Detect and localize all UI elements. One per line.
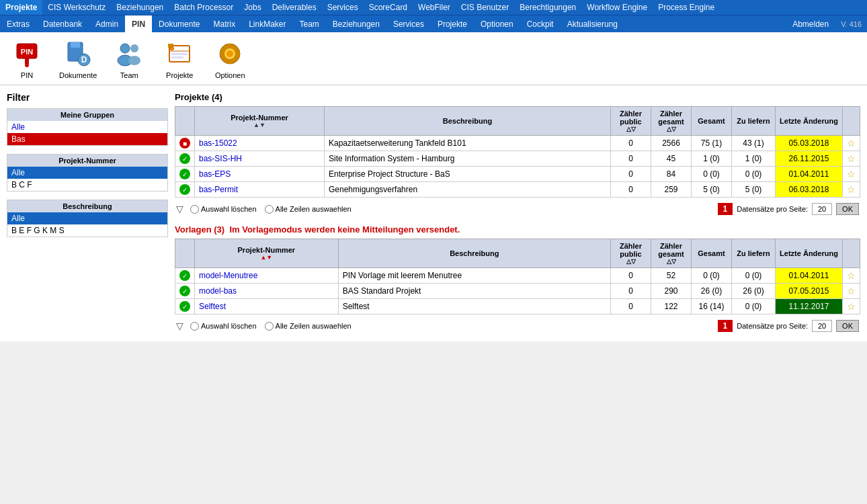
nummer-link[interactable]: Selftest [199, 302, 226, 311]
svg-rect-23 [229, 60, 231, 64]
nav-services[interactable]: Services [322, 0, 364, 15]
star-icon[interactable]: ☆ [847, 138, 856, 149]
snav-team[interactable]: Team [293, 15, 326, 32]
filter-gruppen-bas[interactable]: Bas [7, 133, 167, 145]
vth-zaehler-gesamt[interactable]: Zähler gesamt △▽ [651, 239, 692, 268]
optionen-icon [214, 38, 246, 70]
vth-zuliefern[interactable]: Zu liefern [732, 239, 776, 268]
th-beschreibung[interactable]: Beschreibung [324, 107, 610, 136]
toolbar-team[interactable]: Team [109, 36, 149, 81]
nummer-link[interactable]: bas-EPS [199, 169, 231, 179]
vorlagen-radio-alle[interactable]: Alle Zeilen auswaehlen [265, 322, 352, 331]
snav-admin[interactable]: Admin [89, 15, 125, 32]
filter-beschreibung-letters[interactable]: B E F G K M S [7, 224, 167, 237]
vth-letzte-aenderung-label: Letzte Änderung [780, 249, 838, 257]
nummer-link[interactable]: model-Menutree [199, 271, 257, 280]
th-zaehler-public[interactable]: Zähler public △▽ [611, 107, 651, 136]
nummer-link[interactable]: bas-Permit [199, 185, 238, 194]
nav-workflow-engine[interactable]: Workflow Engine [581, 0, 653, 15]
filter-gruppen-alle[interactable]: Alle [7, 121, 167, 133]
projekte-per-page-input[interactable] [812, 203, 832, 215]
vsort-zp: △▽ [626, 258, 636, 265]
svg-point-3 [25, 63, 29, 67]
icon-toolbar: PIN PIN D Dokumente Team [0, 32, 867, 85]
toolbar-pin[interactable]: PIN PIN [7, 36, 47, 81]
th-projektnummer[interactable]: Projekt-Nummer ▲▼ [195, 107, 325, 136]
zaehler-gesamt-cell: 122 [651, 299, 692, 314]
vorlagen-ok-btn[interactable]: OK [836, 320, 859, 332]
th-zuliefern[interactable]: Zu liefern [732, 107, 776, 136]
star-icon[interactable]: ☆ [847, 184, 856, 195]
vth-zaehler-public[interactable]: Zähler public △▽ [611, 239, 651, 268]
toolbar-dokumente[interactable]: D Dokumente [57, 36, 99, 81]
nav-cis-werkschutz[interactable]: CIS Werkschutz [42, 0, 111, 15]
nav-beziehungen[interactable]: Beziehungen [111, 0, 169, 15]
filter-nummer-alle[interactable]: Alle [7, 167, 167, 179]
projekte-filter-icon: ▽ [176, 204, 183, 214]
vorlagen-table-bottom: ▽ Auswahl löschen Alle Zeilen auswaehlen… [175, 317, 860, 335]
nav-batch-processor[interactable]: Batch Processor [169, 0, 239, 15]
vth-beschreibung[interactable]: Beschreibung [338, 239, 610, 268]
nav-cis-benutzer[interactable]: CIS Benutzer [456, 0, 514, 15]
status-cell: ■ [175, 136, 195, 151]
projekte-radio-alle[interactable]: Alle Zeilen auswaehlen [265, 205, 352, 214]
snav-datenbank[interactable]: Datenbank [36, 15, 89, 32]
vorlagen-radio-alle-input[interactable] [265, 322, 274, 331]
projekte-page-btn[interactable]: 1 [718, 203, 733, 215]
top-nav: Projekte CIS Werkschutz Beziehungen Batc… [0, 0, 867, 15]
filter-nummer-bcf[interactable]: B C F [7, 179, 167, 191]
th-letzte-aenderung[interactable]: Letzte Änderung [776, 107, 843, 136]
zaehler-public-cell: 0 [611, 182, 651, 198]
nav-projekte[interactable]: Projekte [0, 0, 42, 15]
star-icon[interactable]: ☆ [847, 301, 856, 312]
beschreibung-cell: BAS Standard Projekt [338, 284, 610, 299]
zaehler-gesamt-cell: 45 [651, 151, 692, 167]
snav-pin[interactable]: PIN [125, 15, 152, 32]
projekte-radio-auswahl[interactable]: Auswahl löschen [190, 205, 257, 214]
svg-rect-2 [25, 58, 29, 64]
filter-beschreibung-alle[interactable]: Alle [7, 212, 167, 224]
toolbar-projekte[interactable]: Projekte [159, 36, 200, 81]
snav-linkmaker[interactable]: LinkMaker [242, 15, 292, 32]
th-zaehler-gesamt[interactable]: Zähler gesamt △▽ [651, 107, 692, 136]
nav-deliverables[interactable]: Deliverables [267, 0, 322, 15]
snav-abmelden[interactable]: Abmelden [786, 15, 835, 32]
snav-matrix[interactable]: Matrix [206, 15, 242, 32]
snav-projekte[interactable]: Projekte [431, 15, 474, 32]
nav-webfiler[interactable]: WebFiler [413, 0, 456, 15]
nav-process-engine[interactable]: Process Engine [653, 0, 720, 15]
star-icon[interactable]: ☆ [847, 153, 856, 164]
star-icon[interactable]: ☆ [847, 169, 856, 179]
snav-beziehungen[interactable]: Beziehungen [326, 15, 386, 32]
star-cell: ☆ [843, 151, 860, 167]
vorlagen-per-page-input[interactable] [812, 320, 832, 332]
nav-jobs[interactable]: Jobs [239, 0, 266, 15]
snav-extras[interactable]: Extras [0, 15, 36, 32]
status-cell: ✓ [175, 284, 195, 299]
projekte-radio-auswahl-input[interactable] [190, 205, 199, 214]
vth-gesamt[interactable]: Gesamt [692, 239, 732, 268]
snav-optionen[interactable]: Optionen [474, 15, 520, 32]
projekte-ok-btn[interactable]: OK [836, 203, 859, 215]
vorlagen-radio-auswahl[interactable]: Auswahl löschen [190, 322, 257, 331]
star-icon[interactable]: ☆ [847, 270, 856, 281]
status-ok-icon: ✓ [179, 169, 190, 179]
th-gesamt[interactable]: Gesamt [692, 107, 732, 136]
nummer-link[interactable]: bas-SIS-HH [199, 154, 242, 163]
snav-aktualisierung[interactable]: Aktualisierung [561, 15, 624, 32]
vorlagen-page-btn[interactable]: 1 [718, 320, 733, 332]
snav-services[interactable]: Services [386, 15, 431, 32]
nummer-link[interactable]: bas-15022 [199, 138, 237, 148]
vorlagen-radio-auswahl-input[interactable] [190, 322, 199, 331]
vth-projektnummer[interactable]: Projekt-Nummer ▲▼ [195, 239, 339, 268]
nummer-link[interactable]: model-bas [199, 286, 237, 296]
projekte-radio-alle-input[interactable] [265, 205, 274, 214]
snav-dokumente[interactable]: Dokumente [152, 15, 206, 32]
nav-berechtigungen[interactable]: Berechtigungen [514, 0, 581, 15]
nav-scorecard[interactable]: ScoreCard [364, 0, 413, 15]
table-row: ✓ bas-Permit Genehmigungsverfahren 0 259… [175, 182, 860, 198]
vth-letzte-aenderung[interactable]: Letzte Änderung [776, 239, 843, 268]
star-icon[interactable]: ☆ [847, 286, 856, 296]
toolbar-optionen[interactable]: Optionen [210, 36, 250, 81]
snav-cockpit[interactable]: Cockpit [520, 15, 561, 32]
